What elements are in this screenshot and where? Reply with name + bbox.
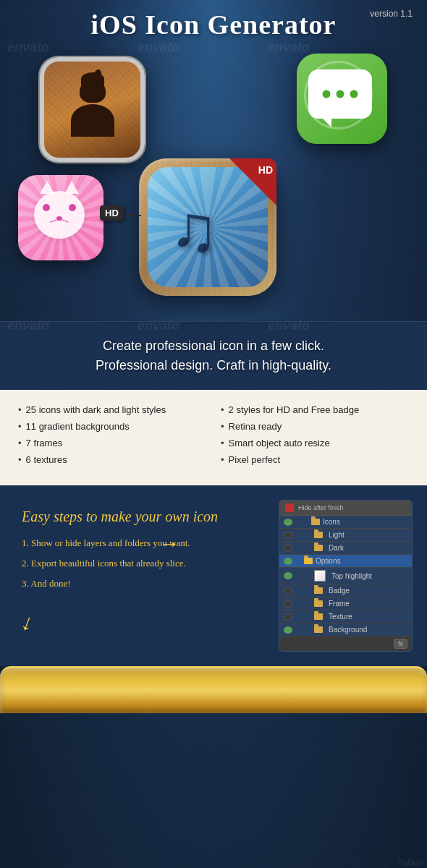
bottom-bar: highlight (0, 666, 427, 713)
feature-3: • 7 frames (18, 438, 206, 448)
steps-left: Easy steps to make your own icon 1. Show… (14, 500, 268, 652)
layer-row-options: Options (279, 555, 412, 568)
layer-row-icons: Icons (279, 516, 412, 529)
folder-icon-1 (311, 519, 320, 525)
layer-row-frame: Frame (279, 597, 412, 610)
fx-row: fx (279, 637, 412, 651)
folder-icon-8 (314, 626, 323, 633)
feature-2: • 11 gradient backgrounds (18, 421, 206, 432)
layer-panel-header: Hide after finish (279, 501, 412, 516)
folder-icon-4 (304, 558, 313, 564)
bullet-7: • (221, 438, 224, 448)
eye-icon-1 (284, 519, 292, 526)
bullet-2: • (18, 421, 22, 432)
highlight-label: highlight (399, 859, 423, 867)
feature-1: • 25 icons with dark and light styles (18, 404, 206, 415)
eye-icon-8 (284, 613, 292, 621)
music-note-icon: ♫ (169, 196, 219, 261)
icons-showcase: HD ♫ HD (0, 46, 427, 321)
feature-7: • Smart object auto resize (221, 438, 409, 448)
description-text: Create professional icon in a few click.… (22, 336, 405, 375)
arrow-right-icon: → (159, 532, 179, 556)
header: version 1.1 iOS Icon Generator (0, 0, 427, 46)
cat-icon (18, 175, 103, 260)
step-3: 3. And done! (22, 577, 261, 590)
layer-row-badge: Badge (279, 584, 412, 597)
contact-icon (40, 57, 145, 162)
hd-badge-text: HD (258, 164, 273, 176)
arrow-down-icon: ↓ (17, 608, 38, 637)
steps-section: Easy steps to make your own icon 1. Show… (0, 485, 427, 666)
bullet-1: • (18, 404, 22, 415)
features-col-1: • 25 icons with dark and light styles • … (18, 404, 206, 471)
music-icon: ♫ HD (139, 158, 276, 296)
version-label: version 1.1 (370, 9, 413, 19)
feature-6: • Retina ready (221, 421, 409, 432)
layer-row-dark: Dark (279, 542, 412, 555)
bullet-8: • (221, 454, 224, 465)
features-section: • 25 icons with dark and light styles • … (0, 390, 427, 485)
fx-button[interactable]: fx (394, 639, 407, 649)
folder-icon-7 (314, 613, 323, 620)
eye-icon-3 (284, 545, 292, 552)
eye-icon-2 (284, 532, 292, 539)
page-title: iOS Icon Generator (0, 9, 427, 41)
eye-icon-5 (284, 572, 292, 579)
steps-title: Easy steps to make your own icon (22, 507, 261, 526)
description-section: Create professional icon in a few click.… (0, 321, 427, 390)
bullet-5: • (221, 404, 224, 415)
feature-5: • 2 styles for HD and Free badge (221, 404, 409, 415)
eye-icon-4 (284, 558, 292, 565)
folder-icon-6 (314, 600, 323, 607)
layer-row-highlight: Top highlight (279, 568, 412, 584)
bullet-3: • (18, 438, 22, 448)
eye-icon-9 (284, 626, 292, 634)
hd-badge-small: HD (100, 205, 124, 221)
step-2: 2. Export beaultiful icons that already … (22, 557, 261, 570)
folder-icon-2 (314, 532, 323, 538)
step-1: 1. Show or hide layers and folders you w… (22, 537, 261, 550)
bullet-4: • (18, 454, 22, 465)
layer-row-background: Background (279, 624, 412, 637)
panel-icon (285, 503, 294, 512)
features-col-2: • 2 styles for HD and Free badge • Retin… (221, 404, 409, 471)
folder-icon-5 (314, 587, 323, 594)
message-bubble (308, 69, 372, 119)
layer-row-light: Light (279, 529, 412, 542)
eye-icon-6 (284, 587, 292, 595)
layer-panel: Hide after finish Icons Light (279, 500, 413, 652)
layer-row-texture: Texture (279, 610, 412, 624)
feature-8: • Pixel perfect (221, 454, 409, 465)
person-silhouette (71, 80, 114, 137)
feature-4: • 6 textures (18, 454, 206, 465)
layer-thumb-1 (314, 570, 326, 582)
cat-face (34, 191, 85, 239)
folder-icon-3 (314, 545, 323, 551)
eye-icon-7 (284, 600, 292, 608)
page-background: envato envato envato envato envato envat… (0, 0, 427, 868)
bullet-6: • (221, 421, 224, 432)
messages-icon (297, 54, 387, 144)
